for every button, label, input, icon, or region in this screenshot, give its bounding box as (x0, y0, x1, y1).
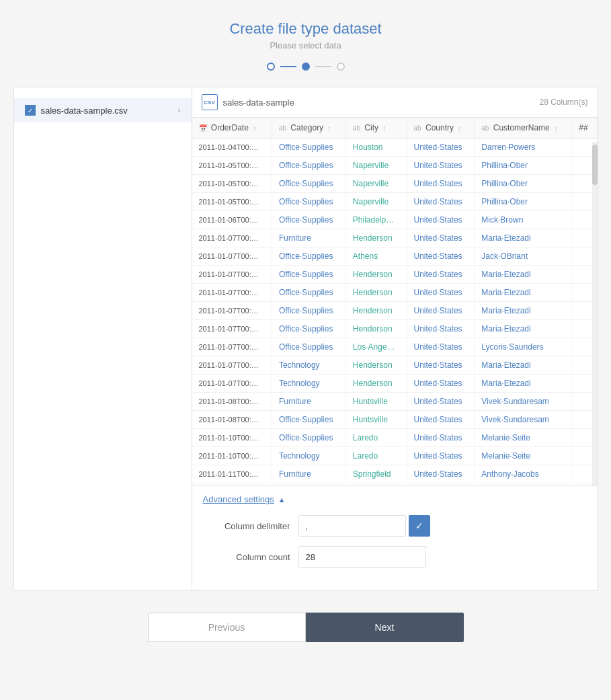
table-cell: Anthony·Jacobs (475, 465, 572, 483)
table-cell: 2011-01-04T00:… (192, 139, 272, 157)
table-cell: United·States (407, 338, 475, 356)
table-row: 2011-01-07T00:…TechnologyHendersonUnited… (192, 356, 598, 375)
table-row: 2011-01-07T00:…Office·SuppliesHendersonU… (192, 320, 598, 338)
table-cell: Office·Supplies (272, 157, 345, 175)
step-1-dot (267, 63, 275, 71)
col-header-city[interactable]: ab City ↕ (345, 118, 407, 139)
table-cell: Darren·Powers (475, 139, 572, 157)
table-cell: Maria·Etezadi (475, 266, 572, 284)
col-header-country[interactable]: ab Country ↕ (407, 118, 475, 139)
step-line-2 (315, 66, 331, 67)
bottom-navigation: Previous Next (13, 613, 598, 642)
sidebar-filename: sales-data-sample.csv (41, 106, 128, 116)
table-cell: Los·Ange… (345, 338, 407, 356)
table-row: 2011-01-05T00:…Office·SuppliesNaperville… (192, 193, 598, 211)
step-line-1 (280, 66, 296, 67)
table-row: 2011-01-11T00:…FurnitureSpringfieldUnite… (192, 465, 598, 483)
table-row: 2011-01-05T00:…Office·SuppliesNaperville… (192, 157, 598, 175)
table-cell: 2011-01-07T00:… (192, 266, 272, 284)
table-cell: United·States (407, 193, 475, 211)
column-count-input[interactable] (298, 546, 426, 568)
table-cell: 2011-01-07T00:… (192, 247, 272, 266)
table-cell: 2011-01-07T00:… (192, 356, 272, 375)
table-cell: United·States (407, 465, 475, 483)
page-title: Create file type dataset (229, 20, 381, 38)
table-row: 2011-01-07T00:…Office·SuppliesHendersonU… (192, 302, 598, 320)
table-cell: 2011-01-07T00:… (192, 229, 272, 247)
table-cell: Naperville (345, 175, 407, 193)
table-cell: Philadelp… (345, 211, 407, 229)
table-cell: Jack·OBriant (475, 247, 572, 266)
table-row: 2011-01-07T00:…FurnitureHendersonUnited·… (192, 229, 598, 247)
table-cell: Naperville (345, 193, 407, 211)
column-delimiter-input[interactable] (298, 515, 406, 537)
table-cell: United·States (407, 247, 475, 266)
table-cell: 2011-01-07T00:… (192, 320, 272, 338)
table-cell: 2011-01-08T00:… (192, 411, 272, 429)
table-row: 2011-01-04T00:…Office·SuppliesHoustonUni… (192, 139, 598, 157)
scrollbar-track[interactable] (592, 142, 598, 485)
sidebar-arrow-icon: › (178, 106, 181, 115)
table-cell: 2011-01-07T00:… (192, 302, 272, 320)
table-cell: Huntsville (345, 411, 407, 429)
sidebar-item-file[interactable]: sales-data-sample.csv › (14, 98, 192, 122)
table-row: 2011-01-07T00:…Office·SuppliesHendersonU… (192, 284, 598, 302)
table-cell: United·States (407, 320, 475, 338)
table-row: 2011-01-10T00:…TechnologyLaredoUnited·St… (192, 447, 598, 465)
scrollbar-thumb[interactable] (592, 145, 598, 185)
table-cell: 2011-01-05T00:… (192, 175, 272, 193)
table-cell: Maria·Etezadi (475, 375, 572, 393)
table-cell: Office·Supplies (272, 302, 345, 320)
column-delimiter-confirm-button[interactable]: ✓ (409, 515, 430, 537)
next-button[interactable]: Next (306, 613, 464, 642)
table-cell: United·States (407, 229, 475, 247)
advanced-settings-label[interactable]: Advanced settings (203, 494, 274, 504)
table-cell: Maria·Etezadi (475, 302, 572, 320)
column-delimiter-input-wrapper: ✓ (298, 515, 430, 537)
advanced-settings-panel: Advanced settings ▲ Column delimiter ✓ C… (192, 485, 598, 590)
col-header-orderdate[interactable]: 📅 OrderDate ↕ (192, 118, 272, 139)
col-header-category[interactable]: ab Category ↕ (272, 118, 345, 139)
page-header: Create file type dataset Please select d… (229, 20, 381, 50)
page-subtitle: Please select data (229, 40, 381, 50)
column-count-label: 28 Column(s) (539, 98, 587, 107)
column-count-row: Column count (203, 546, 587, 568)
table-cell: 2011-01-07T00:… (192, 284, 272, 302)
col-header-extra: ## (572, 118, 597, 139)
table-row: 2011-01-05T00:…Office·SuppliesNaperville… (192, 175, 598, 193)
table-cell: United·States (407, 411, 475, 429)
table-cell: Melanie·Seite (475, 429, 572, 447)
table-cell: Vivek·Sundaresam (475, 393, 572, 411)
table-cell: United·States (407, 157, 475, 175)
table-cell: Mick·Brown (475, 211, 572, 229)
table-cell: Henderson (345, 284, 407, 302)
column-count-label: Column count (203, 552, 290, 562)
table-cell: United·States (407, 447, 475, 465)
table-cell: Phillina·Ober (475, 157, 572, 175)
table-cell: Office·Supplies (272, 411, 345, 429)
table-cell: United·States (407, 175, 475, 193)
table-cell: Maria·Etezadi (475, 229, 572, 247)
table-cell: Technology (272, 447, 345, 465)
table-cell: Office·Supplies (272, 320, 345, 338)
file-checkbox[interactable] (25, 105, 36, 116)
table-cell: Office·Supplies (272, 338, 345, 356)
table-cell: Maria·Etezadi (475, 356, 572, 375)
previous-button[interactable]: Previous (148, 613, 306, 642)
table-row: 2011-01-07T00:…Office·SuppliesLos·Ange…U… (192, 338, 598, 356)
stepper (267, 63, 345, 71)
table-row: 2011-01-10T00:…Office·SuppliesLaredoUnit… (192, 429, 598, 447)
table-cell: Phillina·Ober (475, 193, 572, 211)
table-cell: United·States (407, 211, 475, 229)
csv-icon: CSV (202, 94, 218, 110)
table-cell: Springfield (345, 465, 407, 483)
table-cell: Athens (345, 247, 407, 266)
col-header-customername[interactable]: ab CustomerName ↕ (475, 118, 572, 139)
table-row: 2011-01-08T00:…FurnitureHuntsvilleUnited… (192, 393, 598, 411)
table-cell: United·States (407, 375, 475, 393)
advanced-settings-toggle[interactable]: Advanced settings ▲ (203, 494, 587, 504)
table-cell: United·States (407, 429, 475, 447)
table-cell: United·States (407, 266, 475, 284)
table-cell: Melanie·Seite (475, 447, 572, 465)
table-cell: Henderson (345, 229, 407, 247)
